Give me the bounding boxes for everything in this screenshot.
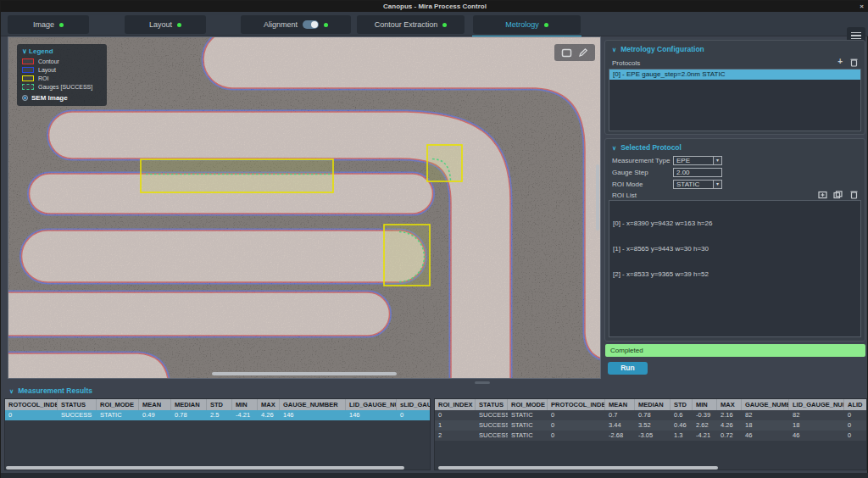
tab-contour-extraction[interactable]: Contour Extraction — [357, 15, 465, 34]
tab-alignment[interactable]: Alignment — [241, 15, 351, 34]
delete-roi-trash-icon[interactable] — [850, 190, 858, 199]
select-region-icon[interactable] — [561, 48, 572, 58]
column-header[interactable]: ROI_INDEX ▲ — [435, 399, 476, 410]
column-header[interactable]: PROTOCOL_INDEX — [548, 399, 605, 410]
roi-rect-1[interactable] — [427, 145, 462, 181]
table-cell: -0.39 — [693, 410, 717, 420]
column-header[interactable]: MIN — [232, 399, 258, 410]
roi-list-item[interactable]: [1] - x=8565 y=9443 w=30 h=30 — [613, 245, 857, 253]
column-header[interactable]: ROTOCOL_INDE ▲ — [5, 399, 58, 410]
tab-label: Metrology — [505, 20, 539, 29]
roi-list-item[interactable]: [0] - x=8390 y=9432 w=163 h=26 — [613, 220, 857, 228]
delete-protocol-trash-icon[interactable] — [850, 58, 858, 67]
column-header[interactable]: STD — [670, 399, 693, 410]
table-cell: 82 — [789, 410, 844, 420]
tab-bar: Image Layout Alignment Contour Extractio… — [1, 12, 868, 36]
table-cell: 0 — [5, 410, 58, 420]
column-header[interactable]: MEAN — [139, 399, 171, 410]
column-header[interactable]: LID_GAUGE_NUME — [346, 399, 397, 410]
roi-list[interactable]: [0] - x=8390 y=9432 w=163 h=26 [1] - x=8… — [609, 200, 861, 337]
column-header[interactable]: sLID_GAUGE_NUM — [397, 399, 431, 410]
roi-mode-label: ROI Mode — [612, 181, 673, 188]
column-header[interactable]: ALID — [844, 399, 867, 410]
close-icon[interactable]: × — [860, 1, 864, 12]
tab-label: Alignment — [264, 20, 298, 29]
column-header[interactable]: MEAN — [605, 399, 635, 410]
sem-image-viewport[interactable]: ∨ Legend Contour Layout ROI Gauges [SUCC… — [8, 36, 601, 379]
metrology-configuration-header[interactable]: ∨Metrology Configuration — [605, 41, 865, 53]
measurement-results-header[interactable]: ∨Measurement Results — [9, 386, 92, 395]
tab-metrology[interactable]: Metrology — [473, 15, 581, 34]
table-cell: 0 — [548, 420, 605, 431]
splitter-handle[interactable] — [475, 381, 490, 384]
table-cell: 0.6 — [670, 410, 693, 420]
table-cell: SUCCESS — [476, 431, 508, 441]
column-header[interactable]: MEDIAN — [171, 399, 207, 410]
table-cell: -4.21 — [693, 431, 717, 441]
contour-swatch — [22, 58, 34, 64]
column-header[interactable]: STATUS — [58, 399, 97, 410]
column-header[interactable]: ROI_MODE — [97, 399, 139, 410]
roi-mode-row: ROI Mode STATIC ▾ — [612, 179, 722, 189]
tab-layout[interactable]: Layout — [125, 15, 206, 34]
alignment-toggle[interactable] — [303, 20, 319, 29]
measurement-type-select[interactable]: EPE ▾ — [673, 156, 722, 165]
view-toolbar — [554, 44, 595, 61]
selected-protocol-section: ∨Selected Protocol Measurement Type EPE … — [604, 138, 865, 342]
column-header[interactable]: MAX — [717, 399, 742, 410]
protocols-list[interactable]: [0] - EPE gauge_step=2.0nm STATIC — [609, 69, 861, 131]
table-cell: 0 — [844, 420, 867, 431]
protocol-item-selected[interactable]: [0] - EPE gauge_step=2.0nm STATIC — [609, 69, 860, 80]
duplicate-roi-icon[interactable] — [833, 191, 843, 199]
column-header[interactable]: MEDIAN — [635, 399, 670, 410]
image-horizontal-scrollbar[interactable] — [212, 372, 397, 375]
roi-results-table[interactable]: ROI_INDEX ▲STATUSROI_MODEPROTOCOL_INDEXM… — [434, 398, 867, 470]
column-header[interactable]: GAUGE_NUMBER — [742, 399, 789, 410]
measurement-type-row: Measurement Type EPE ▾ — [612, 155, 722, 165]
gauge-step-input[interactable]: 2.00 — [673, 168, 722, 177]
edit-pencil-icon[interactable] — [578, 47, 588, 58]
add-roi-icon[interactable] — [818, 191, 827, 199]
table-cell: 0 — [435, 410, 476, 420]
table-cell: 0 — [548, 431, 605, 441]
title-bar: Canopus - Mira Process Control × — [1, 1, 868, 12]
table-cell: STATIC — [508, 410, 548, 420]
selected-protocol-header[interactable]: ∨Selected Protocol — [605, 139, 865, 152]
roi-rect-0[interactable] — [141, 159, 333, 192]
table-cell: 3.52 — [635, 420, 670, 431]
table-cell: 0.78 — [171, 410, 207, 420]
right-table-scrollbar[interactable] — [438, 466, 718, 470]
roi-list-label: ROI List — [612, 192, 637, 199]
column-header[interactable]: STD — [207, 399, 232, 410]
app-window: Canopus - Mira Process Control × Image L… — [0, 0, 868, 478]
radio-icon — [22, 95, 28, 101]
column-header[interactable]: GAUGE_NUMBER — [280, 399, 346, 410]
table-cell: 2.5 — [207, 410, 232, 420]
table-row[interactable]: 0SUCCESSSTATIC0.490.782.5-4.214.26146146… — [5, 410, 431, 420]
chevron-down-icon: ▾ — [713, 157, 721, 164]
column-header[interactable]: ROI_MODE — [508, 399, 548, 410]
add-protocol-icon[interactable]: + — [837, 58, 843, 66]
table-row[interactable]: 2SUCCESSSTATIC0-2.68-3.051.3-4.210.72464… — [435, 431, 867, 441]
legend-title[interactable]: ∨ Legend — [22, 47, 102, 55]
legend-item-roi: ROI — [22, 75, 102, 81]
tab-label: Contour Extraction — [375, 20, 438, 29]
sem-image-radio[interactable]: SEM Image — [22, 94, 102, 102]
roi-rect-2[interactable] — [384, 225, 430, 286]
layout-swatch — [22, 67, 34, 73]
tab-image[interactable]: Image — [8, 15, 89, 34]
protocol-results-table[interactable]: ROTOCOL_INDE ▲STATUSROI_MODEMEANMEDIANST… — [4, 398, 431, 470]
column-header[interactable]: LID_GAUGE_NUMB — [789, 399, 844, 410]
table-row[interactable]: 0SUCCESSSTATIC00.70.780.6-0.392.1682820 — [435, 410, 867, 420]
roi-mode-select[interactable]: STATIC ▾ — [673, 180, 722, 189]
column-header[interactable]: MAX — [258, 399, 280, 410]
table-cell: 0 — [397, 410, 431, 420]
table-cell: 0 — [844, 431, 867, 441]
left-table-scrollbar[interactable] — [6, 466, 404, 470]
roi-list-item[interactable]: [2] - x=8533 y=9365 w=39 h=52 — [613, 270, 857, 279]
image-vertical-scrollbar[interactable] — [596, 164, 599, 231]
run-button[interactable]: Run — [608, 362, 648, 375]
column-header[interactable]: MIN — [693, 399, 717, 410]
table-row[interactable]: 1SUCCESSSTATIC03.443.520.462.624.2618180 — [435, 420, 867, 431]
column-header[interactable]: STATUS — [476, 399, 508, 410]
